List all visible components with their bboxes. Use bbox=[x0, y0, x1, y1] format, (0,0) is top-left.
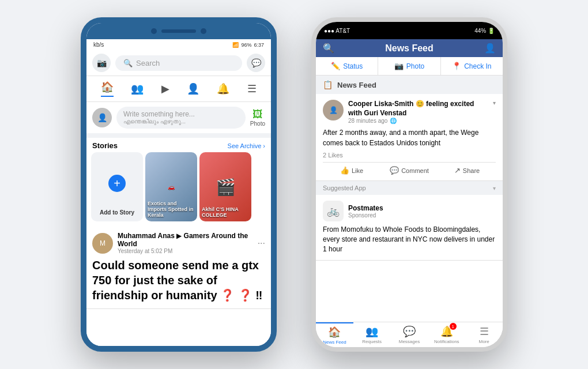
user-avatar: 👤 bbox=[92, 108, 112, 127]
status-button[interactable]: ✏️ Status bbox=[316, 57, 378, 75]
post-avatar: M bbox=[92, 233, 113, 254]
more-label: More bbox=[478, 339, 489, 344]
newsfeed-label: News Feed bbox=[323, 340, 346, 345]
add-story-plus-icon: + bbox=[108, 175, 126, 192]
post-body: Could someone send me a gtx 750 for just… bbox=[92, 258, 265, 303]
messenger-button[interactable]: 💬 bbox=[247, 54, 265, 72]
story-movie[interactable]: 🎬 Akhil C'S HINA COLLEGE bbox=[199, 152, 251, 221]
like-button[interactable]: 👍 Like bbox=[323, 166, 380, 175]
sponsored-header: 🚲 Postmates Sponsored bbox=[323, 201, 496, 221]
messages-label: Messages bbox=[399, 339, 420, 344]
suggested-label: Suggested App bbox=[323, 184, 366, 191]
iphone-fb-header: 🔍 News Feed 👤 bbox=[316, 39, 503, 57]
camera-icon: 📷 bbox=[97, 58, 107, 67]
post1-body: After 2 months away, and a month apart, … bbox=[323, 127, 496, 148]
like-label: Like bbox=[352, 167, 363, 174]
nav-menu[interactable]: ☰ bbox=[247, 82, 257, 95]
like-icon: 👍 bbox=[340, 166, 349, 175]
stories-header: Stories See Archive › bbox=[86, 138, 271, 152]
notifications-badge-wrapper: 🔔 1 bbox=[440, 325, 453, 338]
post-more-icon[interactable]: ··· bbox=[258, 238, 265, 248]
share-button[interactable]: ↗ Share bbox=[438, 166, 496, 175]
comment-icon: 💬 bbox=[390, 166, 399, 175]
android-statusbar: kb/s 📶 96% 6:37 bbox=[86, 39, 271, 50]
feed-icon: 📋 bbox=[323, 80, 333, 89]
messenger-icon: 💬 bbox=[251, 58, 261, 67]
post-name: Muhammad Anas ▶ Gamers Around the World bbox=[118, 232, 253, 248]
bottom-nav-requests[interactable]: 👥 Requests bbox=[353, 322, 391, 347]
checkin-button[interactable]: 📍 Check In bbox=[441, 57, 503, 75]
write-placeholder-2: എന്തെങ്കിലും എഴുതൂ... bbox=[123, 118, 239, 125]
sponsored-body: From Momofuku to Whole Foods to Blooming… bbox=[323, 225, 496, 254]
iphone-search-icon[interactable]: 🔍 bbox=[323, 43, 334, 54]
notifications-badge: 1 bbox=[450, 323, 457, 330]
story-movie-label: Akhil C'S HINA COLLEGE bbox=[202, 206, 249, 218]
post-time: Yesterday at 5:02 PM bbox=[118, 248, 253, 254]
search-placeholder: Search bbox=[136, 59, 160, 67]
sponsored-avatar: 🚲 bbox=[323, 201, 344, 221]
more-icon: ☰ bbox=[480, 325, 489, 338]
iphone-profile-icon[interactable]: 👤 bbox=[484, 43, 496, 54]
share-icon: ↗ bbox=[454, 166, 461, 175]
feed-label-text: News Feed bbox=[337, 81, 376, 89]
bottom-nav-notifications[interactable]: 🔔 1 Notifications bbox=[428, 322, 465, 347]
requests-label: Requests bbox=[362, 339, 382, 344]
sponsored-info: Postmates Sponsored bbox=[348, 204, 383, 219]
post-meta: M Muhammad Anas ▶ Gamers Around the Worl… bbox=[92, 232, 265, 254]
android-nav-icons: 🏠 👥 ▶ 👤 🔔 ☰ bbox=[86, 76, 271, 102]
nav-video[interactable]: ▶ bbox=[161, 82, 169, 95]
speaker bbox=[161, 29, 196, 33]
bottom-nav-more[interactable]: ☰ More bbox=[465, 322, 503, 347]
nav-profile[interactable]: 👤 bbox=[187, 82, 199, 95]
photo-label-iphone: Photo bbox=[406, 62, 424, 70]
photo-button[interactable]: 🖼 Photo bbox=[250, 108, 265, 127]
android-screen: kb/s 📶 96% 6:37 📷 🔍 Search 💬 🏠 👥 bbox=[86, 39, 271, 346]
nav-home[interactable]: 🏠 bbox=[101, 81, 114, 97]
post1-info: Cooper Liska-Smith 😊 feeling excited wit… bbox=[348, 100, 488, 124]
story-car-label: Exotics and Imports Spotted in Kerala bbox=[148, 201, 195, 218]
photo-icon: 🖼 bbox=[250, 108, 265, 121]
share-label: Share bbox=[463, 167, 480, 174]
iphone-screen: 🔍 News Feed 👤 ✏️ Status 📷 Photo 📍 Check … bbox=[316, 39, 503, 347]
bottom-nav-newsfeed[interactable]: 🏠 News Feed bbox=[316, 322, 353, 347]
iphone-action-row: ✏️ Status 📷 Photo 📍 Check In bbox=[316, 57, 503, 76]
post1-chevron: ▾ bbox=[493, 100, 496, 106]
nav-notifications[interactable]: 🔔 bbox=[217, 82, 229, 95]
front-camera-2 bbox=[201, 28, 206, 34]
post1-avatar: 👤 bbox=[323, 100, 344, 121]
search-bar[interactable]: 🔍 Search bbox=[115, 55, 242, 71]
iphone-statusbar: ●●● AT&T 44% 🔋 bbox=[316, 22, 503, 39]
globe-icon: 🌐 bbox=[390, 118, 397, 124]
bottom-nav-messages[interactable]: 💬 Messages bbox=[391, 322, 428, 347]
suggested-chevron: ▾ bbox=[493, 185, 496, 191]
write-post-input[interactable]: Write something here... എന്തെങ്കിലും എഴു… bbox=[116, 107, 246, 129]
post1-time: 28 minutes ago 🌐 bbox=[348, 118, 488, 124]
iphone-battery: 44% 🔋 bbox=[474, 28, 495, 34]
time-text: 6:37 bbox=[254, 42, 264, 48]
front-camera bbox=[151, 28, 157, 34]
see-archive-link[interactable]: See Archive › bbox=[228, 142, 265, 149]
comment-button[interactable]: 💬 Comment bbox=[380, 166, 438, 175]
reaction-row: 👍 Like 💬 Comment ↗ Share bbox=[323, 162, 496, 175]
android-post: M Muhammad Anas ▶ Gamers Around the Worl… bbox=[86, 226, 271, 309]
sponsored-post: 🚲 Postmates Sponsored From Momofuku to W… bbox=[316, 195, 503, 260]
comment-label: Comment bbox=[401, 167, 429, 174]
camera-button[interactable]: 📷 bbox=[92, 54, 111, 72]
write-post-box: 👤 Write something here... എന്തെങ്കിലും എ… bbox=[86, 102, 271, 138]
story-add[interactable]: + Add to Story bbox=[91, 152, 143, 221]
photo-button-iphone[interactable]: 📷 Photo bbox=[378, 57, 440, 75]
iphone-header-title: News Feed bbox=[385, 43, 434, 54]
story-car[interactable]: 🚗 Exotics and Imports Spotted in Kerala bbox=[145, 152, 197, 221]
post1-likes: 2 Likes bbox=[323, 152, 496, 159]
android-notch bbox=[86, 23, 271, 39]
photo-label: Photo bbox=[250, 121, 265, 127]
iphone-notch bbox=[383, 24, 441, 37]
search-icon: 🔍 bbox=[123, 59, 133, 67]
iphone-carrier: ●●● AT&T bbox=[324, 28, 350, 34]
photo-icon-iphone: 📷 bbox=[394, 62, 404, 70]
checkin-icon: 📍 bbox=[452, 62, 461, 70]
newsfeed-icon: 🏠 bbox=[328, 326, 341, 338]
nav-friends[interactable]: 👥 bbox=[131, 82, 144, 95]
android-phone: kb/s 📶 96% 6:37 📷 🔍 Search 💬 🏠 👥 bbox=[81, 17, 277, 352]
battery-text: 96% bbox=[241, 42, 251, 48]
